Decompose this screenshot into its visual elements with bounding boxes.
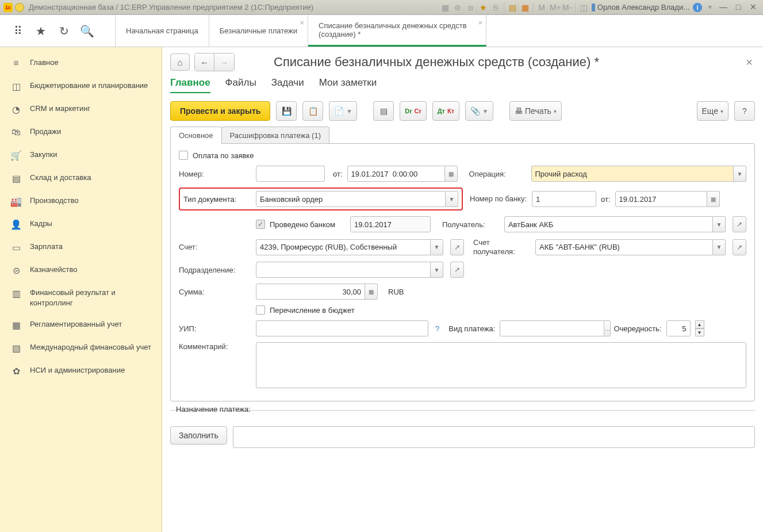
calculator-icon[interactable]: ▤ bbox=[508, 3, 517, 12]
operation-select[interactable] bbox=[531, 166, 734, 182]
budget-transfer-checkbox[interactable] bbox=[256, 305, 265, 315]
attach-button[interactable]: 📎▼ bbox=[465, 101, 493, 121]
save-button[interactable]: 💾 bbox=[276, 101, 297, 121]
close-icon[interactable]: × bbox=[300, 18, 304, 27]
chevron-down-icon[interactable]: ▼ bbox=[431, 262, 443, 278]
doc-type-select[interactable] bbox=[256, 191, 446, 207]
close-page-button[interactable]: × bbox=[743, 56, 755, 69]
close-icon[interactable]: × bbox=[478, 18, 482, 27]
purpose-textarea[interactable] bbox=[233, 426, 755, 448]
help-button[interactable]: ? bbox=[734, 101, 755, 121]
titlebar-icon[interactable]: ▦ bbox=[440, 3, 450, 12]
section-tab-tasks[interactable]: Задачи bbox=[271, 77, 304, 93]
open-button[interactable]: ↗ bbox=[450, 239, 464, 255]
sidebar-item-treasury[interactable]: ⊝Казначейство bbox=[0, 259, 162, 282]
calculator-icon[interactable]: ▦ bbox=[365, 284, 378, 300]
open-button[interactable]: ↗ bbox=[450, 262, 464, 278]
sidebar-item-finance[interactable]: ▥Финансовый результат и контроллинг bbox=[0, 282, 162, 313]
post-and-close-button[interactable]: Провести и закрыть bbox=[170, 101, 270, 121]
chevron-down-icon[interactable]: ▼ bbox=[734, 166, 746, 182]
tab-payments[interactable]: Безналичные платежи× bbox=[209, 15, 308, 47]
section-tab-files[interactable]: Файлы bbox=[225, 77, 256, 93]
titlebar-icon[interactable]: ⧈ bbox=[466, 3, 475, 12]
calendar-icon[interactable]: ▦ bbox=[445, 166, 458, 182]
spin-up-icon[interactable]: ▲ bbox=[695, 320, 704, 328]
recipient-select[interactable] bbox=[504, 216, 713, 232]
date-input[interactable] bbox=[347, 166, 445, 182]
sidebar-item-intl[interactable]: ▧Международный финансовый учет bbox=[0, 336, 162, 359]
uip-input[interactable] bbox=[256, 320, 428, 336]
open-button[interactable]: ↗ bbox=[733, 239, 746, 255]
division-select[interactable] bbox=[256, 262, 431, 278]
history-icon[interactable]: ↻ bbox=[57, 25, 70, 37]
ellipsis-icon[interactable]: … bbox=[604, 320, 611, 336]
calendar-icon[interactable]: ▦ bbox=[520, 3, 530, 12]
sidebar-item-hr[interactable]: 👤Кадры bbox=[0, 213, 162, 236]
pay-by-request-checkbox[interactable] bbox=[179, 151, 188, 160]
star-icon[interactable]: ★ bbox=[478, 3, 488, 12]
recipient-account-select[interactable] bbox=[535, 239, 713, 255]
chevron-down-icon[interactable]: ▼ bbox=[713, 216, 726, 232]
bank-date-input[interactable] bbox=[615, 191, 707, 207]
sum-input[interactable] bbox=[256, 284, 365, 300]
info-dropdown-icon[interactable]: ▼ bbox=[706, 3, 715, 12]
favorite-icon[interactable]: ★ bbox=[34, 25, 47, 37]
m-minus-button[interactable]: M- bbox=[562, 3, 572, 12]
section-tab-notes[interactable]: Мои заметки bbox=[319, 77, 377, 93]
report-button[interactable]: ▤ bbox=[373, 101, 394, 121]
comment-textarea[interactable] bbox=[256, 342, 746, 388]
drcr-button[interactable]: DrCr bbox=[400, 101, 426, 121]
sidebar-item-crm[interactable]: ◔CRM и маркетинг bbox=[0, 98, 162, 121]
search-icon[interactable]: 🔍 bbox=[80, 25, 93, 37]
info-icon[interactable]: i bbox=[693, 3, 702, 12]
sidebar-item-admin[interactable]: ✿НСИ и администрирование bbox=[0, 359, 162, 382]
spin-down-icon[interactable]: ▼ bbox=[695, 328, 704, 336]
dropdown-icon[interactable] bbox=[15, 3, 24, 12]
post-button[interactable]: 📋 bbox=[302, 101, 323, 121]
sidebar-item-purchases[interactable]: 🛒Закупки bbox=[0, 144, 162, 167]
account-select[interactable] bbox=[256, 239, 431, 255]
tab-writeoff[interactable]: Списание безналичных денежных средств (с… bbox=[308, 15, 486, 47]
bank-processed-date[interactable] bbox=[350, 216, 431, 232]
open-button[interactable]: ↗ bbox=[733, 216, 746, 232]
sidebar-item-production[interactable]: 🏭Производство bbox=[0, 190, 162, 213]
m-button[interactable]: M bbox=[537, 3, 546, 12]
chevron-down-icon[interactable]: ▼ bbox=[431, 239, 443, 255]
home-button[interactable]: ⌂ bbox=[170, 53, 190, 71]
bank-processed-checkbox[interactable] bbox=[256, 220, 265, 229]
close-window-button[interactable]: ✕ bbox=[747, 2, 760, 13]
m-plus-button[interactable]: M+ bbox=[550, 3, 559, 12]
sidebar-item-budgeting[interactable]: ◫Бюджетирование и планирование bbox=[0, 75, 162, 98]
number-input[interactable] bbox=[256, 166, 325, 182]
sidebar-item-regulated[interactable]: ▦Регламентированный учет bbox=[0, 313, 162, 336]
inner-tab-main[interactable]: Основное bbox=[170, 127, 222, 144]
dtkt-button[interactable]: ДтКт bbox=[432, 101, 459, 121]
titlebar-icon[interactable]: ⎘ bbox=[491, 3, 500, 12]
print-button[interactable]: 🖶 Печать ▾ bbox=[509, 101, 562, 121]
sidebar-item-warehouse[interactable]: ▤Склад и доставка bbox=[0, 167, 162, 190]
bank-number-input[interactable] bbox=[532, 191, 596, 207]
chevron-down-icon[interactable]: ▼ bbox=[713, 239, 726, 255]
section-tab-main[interactable]: Главное bbox=[170, 77, 210, 93]
calendar-icon[interactable]: ▦ bbox=[707, 191, 720, 207]
tab-start-page[interactable]: Начальная страница bbox=[115, 15, 209, 47]
chevron-down-icon[interactable]: ▼ bbox=[446, 191, 458, 207]
panel-icon[interactable]: ◫ bbox=[579, 3, 588, 12]
inner-tab-breakdown[interactable]: Расшифровка платежа (1) bbox=[221, 127, 329, 144]
back-button[interactable]: ← bbox=[195, 53, 214, 71]
fill-button[interactable]: Заполнить bbox=[170, 426, 227, 445]
sidebar-item-sales[interactable]: 🛍Продажи bbox=[0, 121, 162, 144]
priority-spinner[interactable]: ▲▼ bbox=[695, 320, 704, 336]
current-user[interactable]: Орлов Александр Влади... bbox=[592, 3, 689, 12]
based-on-button[interactable]: 📄▼ bbox=[329, 101, 357, 121]
sidebar-item-main[interactable]: ≡Главное bbox=[0, 52, 162, 75]
payment-type-select[interactable] bbox=[500, 320, 604, 336]
minimize-button[interactable]: — bbox=[717, 2, 730, 13]
sidebar-item-payroll[interactable]: ▭Зарплата bbox=[0, 236, 162, 259]
more-button[interactable]: Еще ▾ bbox=[697, 101, 729, 121]
apps-icon[interactable]: ⠿ bbox=[11, 25, 24, 37]
help-icon[interactable]: ? bbox=[433, 324, 442, 333]
titlebar-icon[interactable]: ⊜ bbox=[453, 3, 462, 12]
maximize-button[interactable]: □ bbox=[732, 2, 745, 13]
priority-input[interactable] bbox=[666, 320, 691, 336]
